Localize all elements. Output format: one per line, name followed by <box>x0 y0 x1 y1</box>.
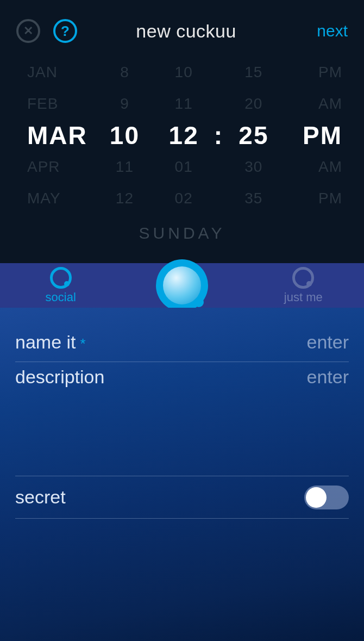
bubble-icon <box>50 267 72 289</box>
name-field[interactable]: name it * enter <box>15 323 349 362</box>
form-area: name it * enter description enter secret… <box>0 308 364 641</box>
time-colon: : <box>214 57 224 214</box>
mode-bar: social just me <box>0 263 364 308</box>
secret-toggle[interactable] <box>304 486 349 509</box>
name-placeholder: enter <box>307 332 349 353</box>
secret-row: secret <box>15 476 349 519</box>
close-button[interactable]: ✕ <box>16 19 40 43</box>
name-label: name it * <box>15 332 86 353</box>
day-picker[interactable]: 8 9 10 11 12 <box>95 57 154 214</box>
toggle-knob <box>306 487 327 508</box>
required-asterisk: * <box>80 335 86 352</box>
mode-just-me-label: just me <box>284 290 323 304</box>
datetime-picker: JAN FEB MAR APR MAY 8 9 10 11 12 10 11 1… <box>0 57 364 248</box>
day-of-week-label: SUNDAY <box>16 224 348 242</box>
ampm-picker[interactable]: PM AM PM AM PM <box>283 57 348 214</box>
mode-social[interactable]: social <box>0 263 121 308</box>
center-avatar-button[interactable] <box>156 259 208 312</box>
bubble-tail-icon <box>194 297 204 307</box>
bubble-icon <box>292 267 314 289</box>
mode-just-me[interactable]: just me <box>243 263 364 308</box>
next-button[interactable]: next <box>317 22 348 40</box>
close-icon: ✕ <box>23 25 33 37</box>
hour-picker[interactable]: 10 11 12 01 02 <box>154 57 214 214</box>
month-picker[interactable]: JAN FEB MAR APR MAY <box>16 57 95 214</box>
secret-label: secret <box>15 487 66 508</box>
minute-picker[interactable]: 15 20 25 30 35 <box>224 57 284 214</box>
mode-social-label: social <box>46 290 76 304</box>
description-placeholder: enter <box>307 366 349 388</box>
description-label: description <box>15 366 104 388</box>
page-title: new cuckuu <box>55 21 317 42</box>
description-field[interactable]: description enter <box>15 362 349 476</box>
header: ✕ ? new cuckuu next <box>0 0 364 57</box>
